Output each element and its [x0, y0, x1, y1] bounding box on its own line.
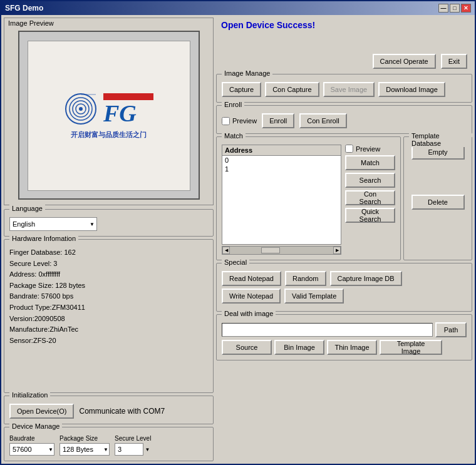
- download-image-button[interactable]: Download Image: [378, 82, 445, 97]
- device-manage-label: Device Manage: [9, 422, 62, 430]
- package-size-group: Package Size 128 Bytes 256 Bytes 64 Byte…: [59, 435, 110, 456]
- address-list-container: Address 0 1 ◀ ▶: [222, 145, 341, 255]
- image-preview-box: Image Preview: [4, 18, 214, 205]
- valid-template-button[interactable]: Valid Template: [284, 289, 344, 304]
- window-controls: — □ ✕: [438, 4, 471, 13]
- scroll-right-icon[interactable]: ▶: [333, 247, 341, 254]
- action-row: Cancel Operate Exit: [216, 51, 472, 71]
- con-capture-button[interactable]: Con Capture: [265, 82, 319, 97]
- template-db-group: Template Database Empty Delete: [403, 136, 472, 260]
- communicate-text: Communicate with COM7: [79, 407, 165, 416]
- address-row-1: 1: [222, 165, 341, 173]
- enroll-preview-label: Preview: [232, 117, 257, 125]
- language-group: Language English Chinese: [4, 209, 214, 237]
- path-button[interactable]: Path: [435, 322, 467, 337]
- language-label: Language: [9, 205, 45, 212]
- image-canvas: FG 开启财富与品质生活之门: [18, 31, 200, 200]
- baudrate-label: Baudrate: [9, 435, 54, 442]
- baudrate-select[interactable]: 57600 115200 9600: [9, 443, 54, 456]
- path-row: Path: [222, 322, 467, 337]
- svg-rect-5: [81, 94, 96, 95]
- image-inner: FG 开启财富与品质生活之门: [28, 41, 190, 191]
- address-scrollbar[interactable]: ◀ ▶: [222, 246, 341, 255]
- fingerprint-icon: [64, 92, 98, 126]
- image-manage-buttons: Capture Con Capture Save Image Download …: [222, 82, 467, 97]
- match-preview-checkbox[interactable]: [345, 145, 353, 153]
- initialization-group: Initialization Open Device(O) Communicat…: [4, 396, 214, 424]
- secure-level-select[interactable]: 1 2 3 4 5: [115, 443, 143, 456]
- template-db-controls: Empty Delete: [409, 145, 467, 210]
- capture-button[interactable]: Capture: [222, 82, 261, 97]
- hw-line-1: Finger Database: 162: [9, 247, 208, 258]
- match-buttons: Preview Match Search Con Search Quick Se…: [345, 145, 395, 255]
- hw-line-2: Secure Level: 3: [9, 258, 208, 270]
- match-preview-checkbox-label[interactable]: Preview: [345, 145, 395, 153]
- secure-level-label: Secure Level: [115, 435, 151, 442]
- hw-line-6: Product Type:ZFM30411: [9, 302, 208, 314]
- cancel-operate-button[interactable]: Cancel Operate: [373, 54, 436, 69]
- match-label: Match: [222, 132, 246, 140]
- quick-search-button[interactable]: Quick Search: [345, 208, 395, 223]
- image-manage-group: Image Manage Capture Con Capture Save Im…: [216, 74, 472, 103]
- window-title: SFG Demo: [5, 4, 43, 13]
- enroll-controls: Preview Enroll Con Enroll: [222, 113, 467, 128]
- hw-line-3: Address: 0xffffffff: [9, 269, 208, 280]
- language-select[interactable]: English Chinese: [9, 217, 97, 231]
- capture-image-db-button[interactable]: Capture Image DB: [330, 271, 402, 286]
- enroll-group: Enroll Preview Enroll Con Enroll: [216, 105, 472, 134]
- close-button[interactable]: ✕: [461, 4, 471, 13]
- read-notepad-button[interactable]: Read Notepad: [222, 271, 281, 286]
- deal-inner: Path Source Bin Image Thin Image Templat…: [222, 322, 467, 355]
- address-list[interactable]: Address 0 1: [222, 145, 341, 245]
- hw-line-8: Manufacture:ZhiAnTec: [9, 324, 208, 335]
- write-notepad-button[interactable]: Write Notepad: [222, 289, 281, 304]
- con-search-button[interactable]: Con Search: [345, 190, 395, 205]
- search-button[interactable]: Search: [345, 173, 395, 188]
- delete-button[interactable]: Delete: [411, 195, 465, 210]
- save-image-button[interactable]: Save Image: [323, 82, 375, 97]
- minimize-button[interactable]: —: [438, 4, 448, 13]
- main-layout: Image Preview: [4, 18, 472, 461]
- main-window: SFG Demo — □ ✕ Image Preview: [0, 0, 476, 465]
- maximize-button[interactable]: □: [450, 4, 460, 13]
- hardware-info-content: Finger Database: 162 Secure Level: 3 Add…: [9, 247, 208, 346]
- fingerprint-logo: FG 开启财富与品质生活之门: [40, 59, 178, 172]
- thin-image-button[interactable]: Thin Image: [327, 340, 377, 355]
- exit-button[interactable]: Exit: [441, 54, 467, 69]
- source-button[interactable]: Source: [222, 340, 272, 355]
- enroll-preview-checkbox-label[interactable]: Preview: [222, 117, 257, 125]
- package-size-select[interactable]: 128 Bytes 256 Bytes 64 Bytes: [59, 443, 110, 456]
- window-body: Image Preview: [1, 15, 475, 464]
- special-label: Special: [222, 258, 249, 266]
- scroll-left-icon[interactable]: ◀: [222, 247, 230, 254]
- match-inner: Address 0 1 ◀ ▶: [222, 145, 395, 255]
- open-device-button[interactable]: Open Device(O): [9, 404, 74, 419]
- scroll-thumb-area: [230, 247, 333, 254]
- hardware-info-label: Hardware Infomation: [9, 235, 78, 242]
- address-row-0: 0: [222, 156, 341, 165]
- enroll-preview-checkbox[interactable]: [222, 117, 230, 125]
- right-panel: Open Device Success! Cancel Operate Exit…: [216, 18, 472, 461]
- scroll-thumb: [261, 247, 280, 253]
- path-input[interactable]: [222, 323, 433, 337]
- special-row-1: Read Notepad Random Capture Image DB: [222, 271, 467, 286]
- bin-image-button[interactable]: Bin Image: [274, 340, 324, 355]
- device-manage-group: Device Manage Baudrate 57600 115200 9600: [4, 427, 214, 461]
- match-preview-label: Preview: [356, 145, 380, 153]
- random-button[interactable]: Random: [285, 271, 326, 286]
- template-image-button[interactable]: Template Image: [380, 340, 442, 355]
- source-row: Source Bin Image Thin Image Template Ima…: [222, 340, 467, 355]
- svg-point-4: [79, 107, 83, 111]
- template-db-label: Template Database: [409, 132, 472, 147]
- match-button[interactable]: Match: [345, 155, 395, 170]
- match-group: Match Address 0 1 ◀: [216, 136, 401, 260]
- initialization-label: Initialization: [9, 391, 50, 399]
- address-header: Address: [222, 145, 341, 156]
- con-enroll-button[interactable]: Con Enroll: [299, 113, 346, 128]
- hw-line-4: Package Size: 128 bytes: [9, 280, 208, 292]
- package-size-label: Package Size: [59, 435, 110, 442]
- status-text: Open Device Success!: [221, 20, 467, 30]
- enroll-button[interactable]: Enroll: [262, 113, 294, 128]
- hw-line-7: Version:20090508: [9, 314, 208, 325]
- title-bar: SFG Demo — □ ✕: [1, 1, 475, 15]
